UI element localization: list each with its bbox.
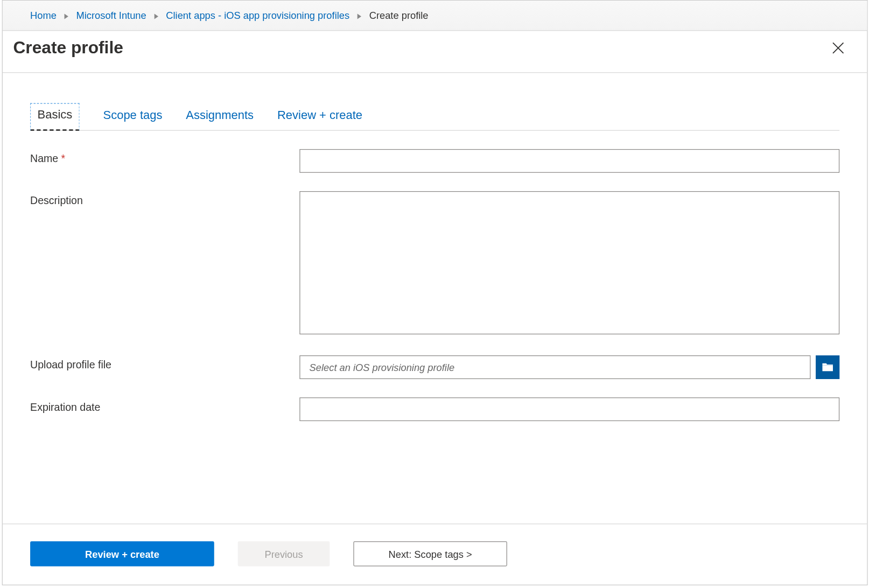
tab-list: Basics Scope tags Assignments Review + c… [30,103,839,131]
upload-file-display[interactable]: Select an iOS provisioning profile [299,355,810,379]
description-textarea[interactable] [299,191,839,334]
footer-actions: Review + create Previous Next: Scope tag… [3,523,867,584]
svg-marker-3 [822,363,833,366]
expiration-label: Expiration date [30,397,299,413]
tab-basics[interactable]: Basics [30,103,80,131]
chevron-right-icon [154,13,158,19]
breadcrumb: Home Microsoft Intune Client apps - iOS … [3,1,867,31]
expiration-input [299,397,839,421]
svg-rect-2 [822,365,833,371]
upload-label: Upload profile file [30,355,299,371]
breadcrumb-link-intune[interactable]: Microsoft Intune [76,10,146,21]
breadcrumb-link-home[interactable]: Home [30,10,57,21]
name-label: Name * [30,149,299,165]
review-create-button[interactable]: Review + create [30,541,214,566]
folder-icon[interactable] [816,355,839,379]
chevron-right-icon [65,13,68,19]
close-icon[interactable] [829,38,847,57]
required-asterisk: * [61,153,66,164]
tab-scope-tags[interactable]: Scope tags [103,103,163,130]
chevron-right-icon [358,13,361,19]
name-input[interactable] [299,149,839,173]
tab-review-create[interactable]: Review + create [277,103,362,130]
page-title: Create profile [13,38,123,58]
next-button[interactable]: Next: Scope tags > [353,541,507,566]
previous-button: Previous [238,541,330,566]
description-label: Description [30,191,299,207]
breadcrumb-current: Create profile [369,10,429,21]
breadcrumb-link-clientapps[interactable]: Client apps - iOS app provisioning profi… [166,10,349,21]
tab-assignments[interactable]: Assignments [186,103,254,130]
